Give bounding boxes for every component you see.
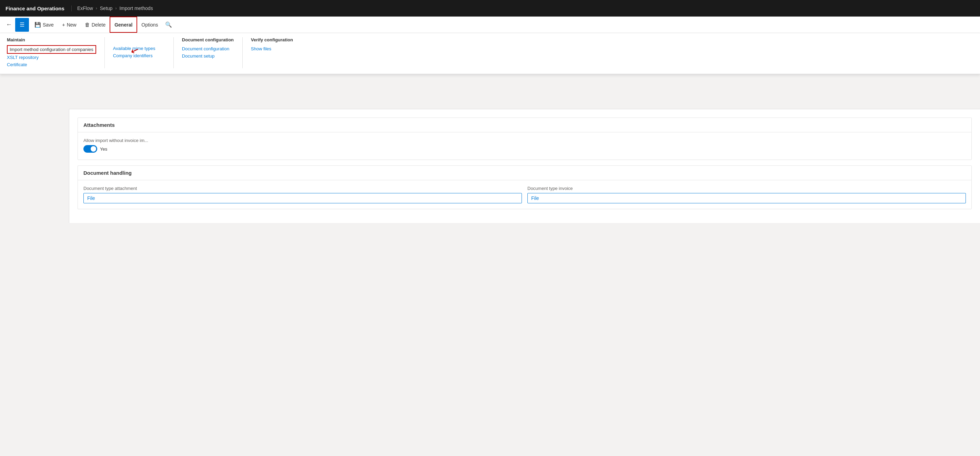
attachments-header: Attachments xyxy=(78,118,971,132)
doc-type-invoice-label: Document type invoice xyxy=(527,186,966,191)
delete-icon: 🗑 xyxy=(85,22,90,28)
mime-section: Available mime types Company identifiers xyxy=(105,37,173,68)
left-panel xyxy=(0,109,69,223)
doc-type-attachment-label: Document type attachment xyxy=(83,186,522,191)
menu-item-doc-setup[interactable]: Document setup xyxy=(182,52,234,60)
search-button[interactable]: 🔍 xyxy=(162,19,175,31)
options-button[interactable]: Options xyxy=(137,17,162,33)
menu-item-doc-config[interactable]: Document configuration xyxy=(182,45,234,52)
verify-section: Verify configuration Show files xyxy=(242,37,311,68)
new-icon: + xyxy=(62,22,65,28)
attachments-body: Allow import without invoice im... Yes xyxy=(78,132,971,160)
save-button[interactable]: 💾 Save xyxy=(30,17,58,33)
main-wrapper: Attachments Allow import without invoice… xyxy=(0,109,980,223)
doc-type-invoice-input[interactable] xyxy=(527,193,966,203)
breadcrumb-import-methods[interactable]: Import methods xyxy=(119,6,153,11)
dropdown-menu: Maintain Import method configuration of … xyxy=(0,33,980,74)
menu-item-company-identifiers[interactable]: Company identifiers xyxy=(113,52,165,59)
breadcrumb: ExFlow › Setup › Import methods xyxy=(77,6,153,11)
allow-import-row: Yes xyxy=(83,145,966,153)
save-icon: 💾 xyxy=(35,22,41,28)
doc-type-fields: Document type attachment Document type i… xyxy=(83,186,966,203)
maintain-title: Maintain xyxy=(7,37,96,42)
allow-import-value: Yes xyxy=(100,146,107,152)
breadcrumb-setup[interactable]: Setup xyxy=(100,6,113,11)
doc-type-attachment-input[interactable] xyxy=(83,193,522,203)
doc-handling-header: Document handling xyxy=(78,166,971,180)
top-bar: Finance and Operations ExFlow › Setup › … xyxy=(0,0,980,17)
doc-config-title: Document configuration xyxy=(182,37,234,42)
breadcrumb-sep-2: › xyxy=(115,6,116,11)
delete-button[interactable]: 🗑 Delete xyxy=(81,17,110,33)
content-area: Attachments Allow import without invoice… xyxy=(69,109,980,223)
menu-item-xslt[interactable]: XSLT repository xyxy=(7,54,96,61)
breadcrumb-exflow[interactable]: ExFlow xyxy=(77,6,93,11)
menu-item-import-method[interactable]: Import method configuration of companies xyxy=(7,45,96,54)
doc-config-section: Document configuration Document configur… xyxy=(173,37,242,68)
breadcrumb-sep-1: › xyxy=(96,6,97,11)
doc-handling-body: Document type attachment Document type i… xyxy=(78,180,971,209)
doc-handling-section: Document handling Document type attachme… xyxy=(78,165,972,209)
menu-item-certificate[interactable]: Certificate xyxy=(7,61,96,68)
allow-import-label: Allow import without invoice im... xyxy=(83,138,966,143)
allow-import-toggle[interactable] xyxy=(83,145,97,153)
maintain-section: Maintain Import method configuration of … xyxy=(7,37,105,68)
toolbar: ← ☰ 💾 Save + New 🗑 Delete General Option… xyxy=(0,17,980,33)
menu-item-mime-types[interactable]: Available mime types xyxy=(113,45,165,52)
hamburger-button[interactable]: ☰ xyxy=(15,18,29,32)
menu-item-show-files[interactable]: Show files xyxy=(251,45,303,52)
app-title: Finance and Operations xyxy=(5,6,72,11)
doc-type-attachment-field: Document type attachment xyxy=(83,186,522,203)
doc-type-invoice-field: Document type invoice xyxy=(527,186,966,203)
verify-title: Verify configuration xyxy=(251,37,303,42)
back-button[interactable]: ← xyxy=(3,19,15,31)
new-button[interactable]: + New xyxy=(58,17,81,33)
general-tab-button[interactable]: General xyxy=(110,17,137,33)
attachments-section: Attachments Allow import without invoice… xyxy=(78,118,972,160)
